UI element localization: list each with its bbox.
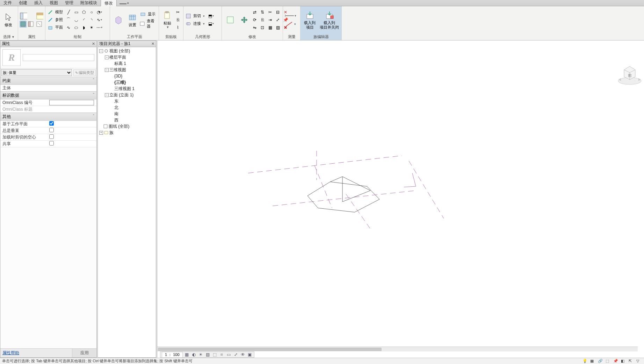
modify-button[interactable]: 修改 xyxy=(1,12,15,28)
prop-group-header[interactable]: 约束⌃ xyxy=(0,77,96,85)
draw-arc3-icon[interactable]: ◡ xyxy=(73,16,80,23)
select-face-icon[interactable]: ◧ xyxy=(621,359,627,364)
join-geom-icon[interactable] xyxy=(185,20,192,27)
property-value[interactable] xyxy=(49,134,97,140)
menu-modify[interactable]: 修改 xyxy=(101,0,117,7)
draw-arc-icon[interactable]: ⌒ xyxy=(65,16,72,23)
tree-item[interactable]: 标高 1 xyxy=(98,60,156,67)
draw-more3-icon[interactable]: ⋯ xyxy=(96,24,103,31)
collapse-icon[interactable]: − xyxy=(99,49,103,53)
temp-hide-icon[interactable]: 👁 xyxy=(240,352,246,357)
tree-item[interactable]: −立面 (立面 1) xyxy=(98,92,156,98)
project-units-button[interactable] xyxy=(36,21,43,28)
geom-opt1-icon[interactable]: ⬒ xyxy=(208,13,215,20)
move-button[interactable] xyxy=(237,14,251,25)
draw-line-icon[interactable]: ╱ xyxy=(65,9,72,16)
rendering-icon[interactable]: ⬚ xyxy=(212,352,218,357)
draw-rect-icon[interactable]: ▭ xyxy=(73,9,80,16)
prop-group-header[interactable]: 其他⌃ xyxy=(0,113,96,121)
property-value[interactable] xyxy=(49,128,97,133)
rotate-icon[interactable]: ⟳ xyxy=(251,16,258,23)
properties-palette-button[interactable] xyxy=(20,12,27,20)
cut-icon[interactable]: ✂ xyxy=(174,9,181,16)
select-links-icon[interactable]: 🔗 xyxy=(598,359,603,364)
editable-only-icon[interactable]: ▦ xyxy=(590,359,596,364)
property-value[interactable] xyxy=(49,141,97,147)
prop-group-header[interactable]: 标识数据⌃ xyxy=(0,91,96,99)
scale-icon[interactable]: ⤢ xyxy=(274,16,281,23)
tree-item[interactable]: 北 xyxy=(98,104,156,111)
set-workplane-button[interactable]: 设置 xyxy=(125,12,139,28)
menu-create[interactable]: 创建 xyxy=(15,0,31,6)
model-line-icon[interactable] xyxy=(47,9,54,16)
crop-view-icon[interactable]: ⌗ xyxy=(219,352,225,357)
tree-item[interactable]: 东 xyxy=(98,98,156,104)
draw-more1-icon[interactable]: ◔ xyxy=(96,9,103,16)
draw-polygon-icon[interactable]: ⬠ xyxy=(80,9,87,16)
detail-level-icon[interactable]: ▦ xyxy=(184,352,190,357)
crop-region-icon[interactable]: ▭ xyxy=(226,352,232,357)
family-category-button[interactable] xyxy=(36,12,43,20)
property-value[interactable] xyxy=(49,121,97,127)
worksets-icon[interactable]: 💡 xyxy=(583,359,588,364)
ext-shape-button[interactable] xyxy=(111,14,125,25)
ungroup-icon[interactable]: ▨ xyxy=(274,24,281,31)
properties-close-icon[interactable]: ✕ xyxy=(92,42,95,46)
apply-button[interactable]: 应用 xyxy=(72,349,96,357)
geom-opt2-icon[interactable]: ⬓ xyxy=(208,20,215,27)
mirror2-icon[interactable]: ⇋ xyxy=(251,24,258,31)
panel-handle-icon[interactable] xyxy=(120,2,126,4)
show-plane-icon[interactable] xyxy=(139,11,146,18)
select-pinned-icon[interactable]: 📌 xyxy=(613,359,619,364)
tree-item[interactable]: 图纸 (全部) xyxy=(98,123,156,129)
reveal-hidden-icon[interactable]: ▣ xyxy=(247,352,253,357)
select-underlay-icon[interactable]: ⬚ xyxy=(606,359,611,364)
copy-mod-icon[interactable]: ⎘ xyxy=(259,16,266,23)
measure-icon[interactable]: ▾ xyxy=(284,20,296,28)
filter-icon[interactable]: ▽ xyxy=(636,359,642,364)
draw-pick-icon[interactable]: ✶ xyxy=(88,24,95,31)
properties-help-link[interactable]: 属性帮助 xyxy=(0,349,72,357)
dimension-icon[interactable]: ▾ xyxy=(284,12,296,20)
menu-file[interactable]: 文件 xyxy=(0,0,15,6)
type-properties-button[interactable] xyxy=(20,21,27,28)
expand-icon[interactable]: + xyxy=(99,131,103,135)
ref-line-icon[interactable] xyxy=(47,16,54,23)
tree-item[interactable]: {3D} xyxy=(98,73,156,79)
trim-icon[interactable]: ✂ xyxy=(267,9,274,16)
draw-arccenter-icon[interactable]: ◜ xyxy=(80,16,87,23)
align-button[interactable] xyxy=(223,14,237,25)
collapse-icon[interactable]: − xyxy=(105,93,109,97)
tree-item[interactable]: −三维视图 xyxy=(98,67,156,73)
browser-close-icon[interactable]: ✕ xyxy=(151,42,154,46)
trim2-icon[interactable]: ⊡ xyxy=(259,24,266,31)
draw-more2-icon[interactable]: ∿ xyxy=(96,16,103,23)
copy-icon[interactable]: ⎘ xyxy=(174,16,181,23)
shadows-icon[interactable]: ▨ xyxy=(205,352,211,357)
drag-elements-icon[interactable]: ⇱ xyxy=(629,359,634,364)
tree-item[interactable]: −视图 (全部) xyxy=(98,48,156,54)
draw-partial-ellipse-icon[interactable]: ◗ xyxy=(80,24,87,31)
draw-fillet-icon[interactable]: ◝ xyxy=(88,16,95,23)
sun-path-icon[interactable]: ☀ xyxy=(198,352,204,357)
family-type-selector[interactable]: 族: 体量 xyxy=(1,69,72,76)
tree-item[interactable]: {三维} xyxy=(98,79,156,86)
view-scale[interactable]: 1 ： 100 xyxy=(162,352,183,358)
tree-item[interactable]: 西 xyxy=(98,117,156,123)
plane-icon[interactable] xyxy=(47,24,54,31)
draw-circle-icon[interactable]: ○ xyxy=(88,9,95,16)
offset-icon[interactable]: ⇄ xyxy=(251,9,258,16)
family-types-button[interactable] xyxy=(27,21,34,28)
tree-item[interactable]: −楼层平面 xyxy=(98,54,156,60)
property-value[interactable] xyxy=(49,100,97,105)
menu-view[interactable]: 视图 xyxy=(46,0,61,6)
draw-spline-icon[interactable]: ∿ xyxy=(65,24,72,31)
horizontal-scrollbar[interactable] xyxy=(157,347,638,351)
menu-insert[interactable]: 插入 xyxy=(31,0,46,6)
split-icon[interactable]: ⊟ xyxy=(274,9,281,16)
paste-button[interactable]: 粘贴▼ xyxy=(160,10,174,29)
lock-view-icon[interactable]: ⤢ xyxy=(233,352,239,357)
tree-item[interactable]: 三维视图 1 xyxy=(98,86,156,92)
collapse-icon[interactable]: − xyxy=(105,68,109,72)
type-image-selector[interactable] xyxy=(23,54,94,61)
